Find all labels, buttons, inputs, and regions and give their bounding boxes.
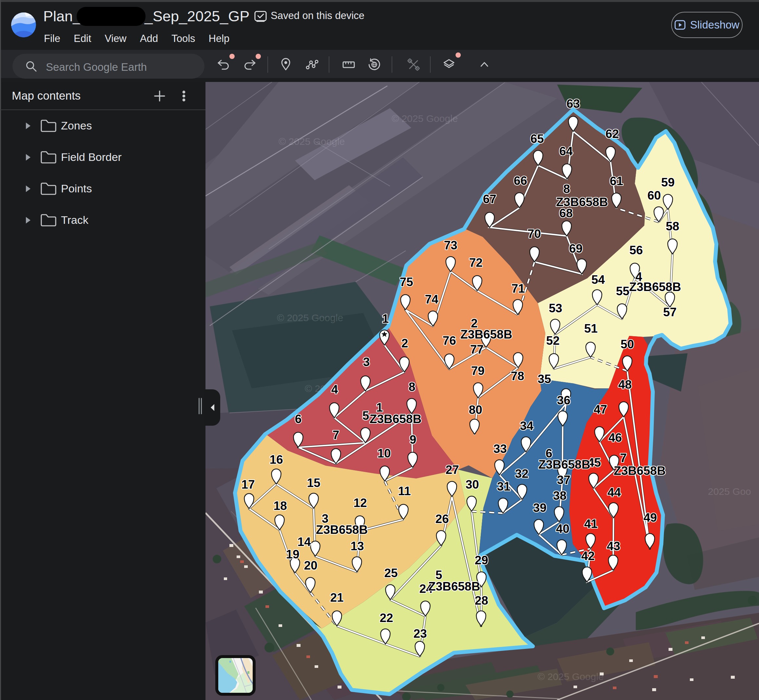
svg-text:62: 62 bbox=[605, 127, 619, 141]
svg-text:8: 8 bbox=[563, 182, 570, 196]
svg-text:46: 46 bbox=[608, 431, 622, 444]
svg-text:56: 56 bbox=[629, 244, 643, 257]
svg-text:6: 6 bbox=[295, 412, 302, 426]
svg-text:73: 73 bbox=[444, 239, 457, 252]
svg-text:80: 80 bbox=[469, 403, 482, 417]
svg-text:51: 51 bbox=[584, 322, 597, 335]
svg-text:78: 78 bbox=[511, 369, 524, 383]
svg-text:75: 75 bbox=[400, 275, 413, 289]
svg-text:13: 13 bbox=[350, 539, 364, 553]
svg-text:48: 48 bbox=[618, 378, 631, 391]
svg-text:70: 70 bbox=[527, 227, 541, 241]
svg-text:44: 44 bbox=[607, 486, 621, 499]
svg-text:© 2025 Google: © 2025 Google bbox=[537, 671, 604, 682]
svg-text:27: 27 bbox=[445, 463, 459, 477]
svg-text:25: 25 bbox=[384, 566, 398, 580]
svg-text:Z3B658B: Z3B658B bbox=[614, 464, 665, 478]
svg-text:74: 74 bbox=[425, 293, 439, 306]
svg-text:42: 42 bbox=[581, 549, 595, 562]
svg-text:72: 72 bbox=[469, 256, 483, 269]
svg-text:7: 7 bbox=[333, 428, 339, 442]
svg-text:Z3B658B: Z3B658B bbox=[428, 580, 480, 593]
svg-text:63: 63 bbox=[566, 97, 580, 111]
svg-text:55: 55 bbox=[616, 284, 629, 298]
svg-text:Z3B658B: Z3B658B bbox=[539, 458, 590, 471]
svg-text:3: 3 bbox=[363, 355, 370, 369]
svg-text:26: 26 bbox=[435, 512, 449, 526]
svg-text:11: 11 bbox=[398, 484, 411, 498]
svg-text:Z3B658B: Z3B658B bbox=[370, 412, 422, 426]
svg-text:71: 71 bbox=[511, 282, 525, 295]
svg-text:5: 5 bbox=[362, 409, 369, 422]
svg-text:77: 77 bbox=[470, 343, 483, 356]
svg-text:Z3B658B: Z3B658B bbox=[556, 195, 608, 209]
svg-text:15: 15 bbox=[307, 476, 320, 490]
svg-text:10: 10 bbox=[377, 447, 390, 460]
svg-text:1: 1 bbox=[382, 312, 389, 325]
svg-text:22: 22 bbox=[380, 611, 393, 625]
svg-text:61: 61 bbox=[609, 174, 623, 188]
svg-text:79: 79 bbox=[471, 364, 484, 378]
svg-text:29: 29 bbox=[475, 553, 488, 567]
svg-text:2025 Goo: 2025 Goo bbox=[708, 486, 751, 497]
svg-text:7: 7 bbox=[620, 451, 627, 465]
svg-text:54: 54 bbox=[591, 273, 605, 286]
svg-text:19: 19 bbox=[286, 548, 299, 561]
svg-text:28: 28 bbox=[475, 594, 488, 607]
svg-text:16: 16 bbox=[269, 453, 283, 466]
svg-text:36: 36 bbox=[557, 394, 570, 407]
svg-text:18: 18 bbox=[273, 499, 287, 512]
svg-text:Z3B658B: Z3B658B bbox=[461, 328, 512, 341]
svg-text:© 2025 Google: © 2025 Google bbox=[392, 113, 458, 124]
svg-text:47: 47 bbox=[593, 403, 607, 416]
svg-text:65: 65 bbox=[530, 132, 544, 145]
svg-text:39: 39 bbox=[533, 501, 546, 514]
svg-text:64: 64 bbox=[559, 145, 573, 158]
svg-text:76: 76 bbox=[442, 334, 456, 347]
svg-text:21: 21 bbox=[330, 591, 344, 604]
svg-text:32: 32 bbox=[515, 467, 528, 480]
svg-text:67: 67 bbox=[483, 192, 496, 206]
svg-text:Z3B658B: Z3B658B bbox=[629, 280, 681, 294]
svg-text:2: 2 bbox=[401, 337, 408, 350]
svg-text:50: 50 bbox=[620, 338, 634, 351]
svg-text:17: 17 bbox=[241, 478, 255, 491]
svg-text:33: 33 bbox=[493, 442, 507, 456]
svg-text:37: 37 bbox=[557, 473, 570, 487]
svg-text:8: 8 bbox=[409, 380, 415, 394]
svg-text:23: 23 bbox=[413, 627, 427, 641]
svg-text:40: 40 bbox=[556, 522, 569, 536]
svg-text:12: 12 bbox=[353, 496, 367, 509]
svg-text:60: 60 bbox=[647, 189, 661, 202]
svg-text:53: 53 bbox=[548, 302, 562, 315]
svg-text:© 2025 Google: © 2025 Google bbox=[277, 312, 343, 323]
svg-text:59: 59 bbox=[661, 176, 675, 189]
svg-text:58: 58 bbox=[665, 220, 679, 233]
svg-text:20: 20 bbox=[304, 559, 317, 572]
svg-text:31: 31 bbox=[497, 480, 510, 493]
svg-text:9: 9 bbox=[410, 433, 417, 446]
svg-text:14: 14 bbox=[297, 535, 311, 548]
svg-text:66: 66 bbox=[514, 174, 527, 188]
svg-text:41: 41 bbox=[584, 517, 597, 531]
svg-text:Z3B658B: Z3B658B bbox=[316, 523, 368, 536]
svg-text:57: 57 bbox=[663, 305, 676, 319]
svg-text:52: 52 bbox=[546, 334, 559, 347]
svg-text:30: 30 bbox=[465, 478, 479, 491]
svg-text:34: 34 bbox=[520, 419, 534, 433]
svg-text:35: 35 bbox=[537, 372, 551, 386]
svg-text:© 2025 Google: © 2025 Google bbox=[278, 136, 345, 147]
svg-text:69: 69 bbox=[569, 242, 583, 255]
svg-text:49: 49 bbox=[643, 511, 657, 524]
svg-text:43: 43 bbox=[607, 539, 620, 553]
svg-text:4: 4 bbox=[331, 383, 338, 396]
svg-text:38: 38 bbox=[553, 489, 566, 502]
